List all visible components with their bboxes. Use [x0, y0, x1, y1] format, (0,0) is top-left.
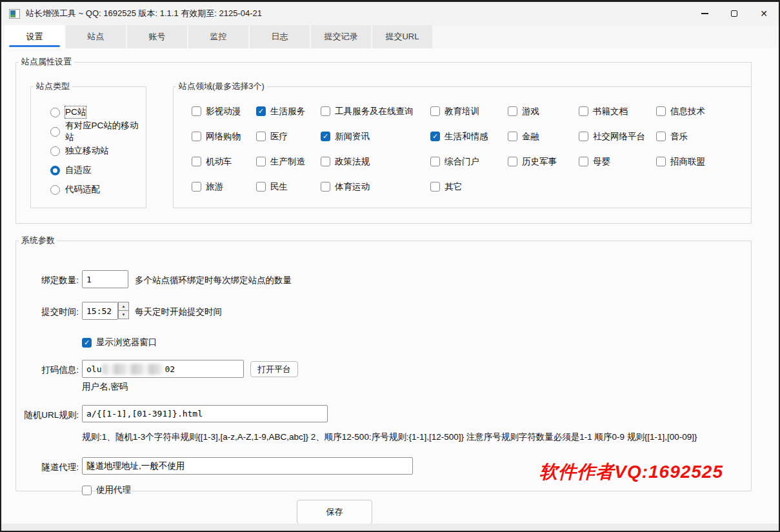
captcha-input[interactable]: olu02: [82, 360, 244, 378]
domain-checkbox-option[interactable]: 生活服务: [256, 99, 321, 124]
submit-time-input[interactable]: 15:52: [82, 302, 118, 320]
radio-option-label: 自适应: [65, 164, 92, 176]
captcha-value-suffix: 02: [165, 364, 175, 374]
domain-checkbox-option[interactable]: 历史军事: [508, 149, 579, 174]
domain-checkbox-option[interactable]: 工具服务及在线查询: [321, 99, 430, 124]
domain-option-label: 招商联盟: [670, 156, 705, 168]
titlebar: 站长增强工具 ~ QQ: 1692525 版本: 1.1.1 有效期至: 212…: [1, 2, 779, 25]
domain-checkbox-option[interactable]: 政策法规: [321, 149, 430, 174]
tab-账号[interactable]: 账号: [127, 25, 187, 48]
show-browser-checkbox[interactable]: 显示浏览器窗口: [82, 337, 157, 348]
tab-设置[interactable]: 设置: [5, 25, 65, 48]
domain-checkbox-option[interactable]: 社交网络平台: [579, 124, 656, 149]
checkbox-icon: [508, 157, 517, 166]
domain-option-label: 社交网络平台: [593, 131, 645, 143]
proxy-label: 隧道代理:: [16, 462, 79, 473]
proxy-input[interactable]: 隧道地理地址,一般不使用: [82, 457, 413, 475]
domain-checkbox-option[interactable]: 书籍文档: [579, 99, 656, 124]
captcha-label: 打码信息:: [16, 364, 79, 376]
tab-label: 日志: [272, 31, 288, 43]
spin-down-icon: ▼: [122, 313, 126, 317]
tab-站点[interactable]: 站点: [66, 25, 126, 48]
tab-监控[interactable]: 监控: [188, 25, 248, 48]
checkbox-icon: [321, 157, 330, 166]
save-button[interactable]: 保存: [297, 500, 372, 524]
show-browser-label: 显示浏览器窗口: [96, 337, 157, 348]
spin-down-button[interactable]: ▼: [118, 311, 129, 319]
app-icon: [9, 9, 20, 19]
submit-time-spinner: ▲ ▼: [118, 302, 129, 319]
domain-checkbox-option[interactable]: 金融: [508, 124, 579, 149]
bind-count-label: 绑定数量:: [16, 275, 79, 286]
domain-checkbox-option[interactable]: 体育运动: [321, 174, 430, 199]
domain-option-label: 工具服务及在线查询: [335, 106, 414, 117]
open-platform-button[interactable]: 打开平台: [250, 361, 298, 377]
domain-checkbox-option[interactable]: 音乐: [656, 124, 751, 149]
group-site-domain: 站点领域(最多选择3个) 影视动漫生活服务工具服务及在线查询教育培训游戏书籍文档…: [173, 81, 752, 208]
domain-checkbox-option[interactable]: 旅游: [192, 174, 256, 199]
close-button[interactable]: ✕: [749, 2, 779, 25]
radio-option[interactable]: 有对应PC站的移动站: [50, 122, 146, 141]
domain-checkbox-option[interactable]: 教育培训: [430, 99, 508, 124]
tab-提交记录[interactable]: 提交记录: [311, 25, 371, 48]
domain-checkbox-option[interactable]: 综合门户: [430, 149, 508, 174]
domain-checkbox-option[interactable]: 医疗: [256, 124, 321, 149]
domain-checkbox-option[interactable]: 生活和情感: [430, 124, 508, 149]
domain-option-label: 民生: [270, 181, 288, 193]
domain-option-label: 生产制造: [270, 156, 305, 168]
domain-checkbox-option[interactable]: 其它: [430, 174, 508, 199]
tab-label: 设置: [26, 31, 43, 43]
bind-count-input[interactable]: 1: [82, 270, 128, 288]
minimize-button[interactable]: [690, 2, 719, 25]
close-icon: ✕: [760, 9, 768, 18]
domain-checkbox-option[interactable]: 新闻资讯: [321, 124, 430, 149]
checkbox-icon: [192, 157, 201, 166]
group-system-params: 系统参数 绑定数量: 1 多个站点循环绑定时每次绑定站点的数量 提交时间: 15…: [15, 235, 752, 491]
domain-checkbox-option[interactable]: 游戏: [508, 99, 579, 124]
checkbox-icon: [579, 157, 588, 166]
spin-up-button[interactable]: ▲: [118, 302, 129, 311]
checkbox-icon: [82, 486, 92, 495]
domain-option-label: 其它: [445, 181, 462, 193]
tab-label: 监控: [210, 31, 227, 43]
spin-up-icon: ▲: [122, 304, 126, 308]
maximize-button[interactable]: [719, 2, 749, 25]
radio-option[interactable]: 自适应: [50, 161, 146, 180]
checkbox-icon: [192, 132, 201, 141]
domain-checkbox-option[interactable]: 信息技术: [656, 99, 751, 124]
radio-option[interactable]: 代码适配: [50, 180, 146, 199]
tab-label: 提交URL: [385, 31, 419, 43]
domain-option-label: 信息技术: [670, 106, 705, 117]
domain-option-label: 历史军事: [522, 156, 557, 168]
domain-checkbox-option[interactable]: 母婴: [579, 149, 656, 174]
radio-option-label: 独立移动站: [65, 145, 109, 157]
checkbox-icon: [430, 132, 440, 141]
domain-checkbox-option[interactable]: 招商联盟: [656, 149, 751, 174]
radio-option[interactable]: PC站: [50, 103, 146, 122]
domain-option-label: 游戏: [522, 106, 539, 117]
checkbox-icon: [430, 106, 440, 116]
watermark-text: 软件作者VQ:1692525: [539, 460, 723, 484]
bind-count-hint: 多个站点循环绑定时每次绑定站点的数量: [135, 275, 292, 286]
domain-checkbox-option[interactable]: 影视动漫: [192, 99, 256, 124]
domain-checkbox-option[interactable]: 机动车: [192, 149, 256, 174]
domain-option-label: 旅游: [206, 181, 223, 193]
domain-option-label: 机动车: [206, 156, 232, 168]
captcha-masked-segment: [102, 364, 164, 375]
domain-checkbox-option[interactable]: 生产制造: [256, 149, 321, 174]
window-title: 站长增强工具 ~ QQ: 1692525 版本: 1.1.1 有效期至: 212…: [26, 8, 262, 19]
random-url-label: 随机URL规则:: [16, 409, 79, 421]
use-proxy-checkbox[interactable]: 使用代理: [82, 484, 131, 496]
bind-count-value: 1: [86, 275, 92, 284]
checkbox-icon: [256, 157, 266, 166]
app-window: 站长增强工具 ~ QQ: 1692525 版本: 1.1.1 有效期至: 212…: [0, 0, 780, 532]
tab-提交URL[interactable]: 提交URL: [372, 25, 432, 48]
radio-icon: [50, 108, 60, 117]
checkbox-icon: [321, 182, 330, 192]
radio-option[interactable]: 独立移动站: [50, 141, 146, 161]
domain-checkbox-option[interactable]: 网络购物: [192, 124, 256, 149]
random-url-input[interactable]: a/{[1-1],[01-391]}.html: [82, 405, 328, 422]
domain-option-label: 母婴: [593, 156, 610, 168]
domain-checkbox-option[interactable]: 民生: [256, 174, 321, 199]
tab-日志[interactable]: 日志: [250, 25, 310, 48]
